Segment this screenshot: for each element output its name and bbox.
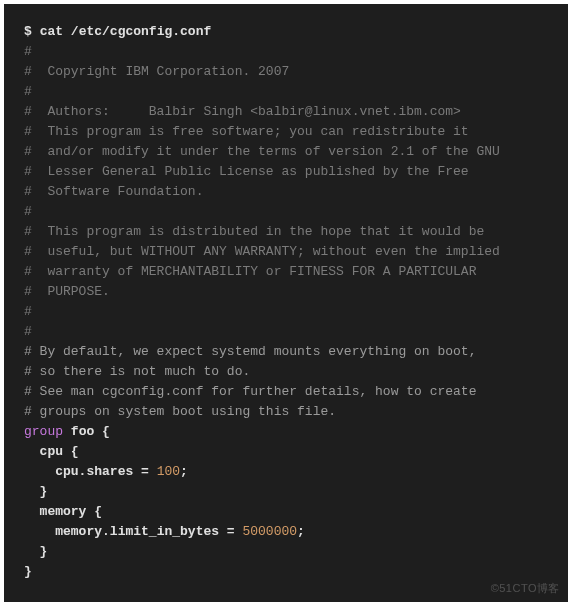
comment-line: # bbox=[24, 42, 548, 62]
comment-line: # Software Foundation. bbox=[24, 182, 548, 202]
setting-line: memory.limit_in_bytes = 5000000; bbox=[24, 522, 548, 542]
command-line: $ cat /etc/cgconfig.conf bbox=[24, 22, 548, 42]
comment-line: # Lesser General Public License as publi… bbox=[24, 162, 548, 182]
comment-line: # bbox=[24, 322, 548, 342]
watermark-text: ©51CTO博客 bbox=[491, 580, 560, 597]
setting-key: cpu.shares bbox=[55, 464, 133, 479]
terminal-window: $ cat /etc/cgconfig.conf # # Copyright I… bbox=[4, 4, 568, 602]
comment-line: # Copyright IBM Corporation. 2007 bbox=[24, 62, 548, 82]
shell-prompt: $ bbox=[24, 24, 32, 39]
group-close-line: } bbox=[24, 562, 548, 582]
comment-line: # See man cgconfig.conf for further deta… bbox=[24, 382, 548, 402]
open-brace: { bbox=[94, 424, 110, 439]
section-close-line: } bbox=[24, 542, 548, 562]
command-text bbox=[32, 24, 40, 39]
comment-line: # This program is free software; you can… bbox=[24, 122, 548, 142]
group-name: foo bbox=[71, 424, 94, 439]
section-name: cpu bbox=[40, 444, 63, 459]
comment-line: # PURPOSE. bbox=[24, 282, 548, 302]
comment-line: # useful, but WITHOUT ANY WARRANTY; with… bbox=[24, 242, 548, 262]
section-open-line: cpu { bbox=[24, 442, 548, 462]
comment-line: # By default, we expect systemd mounts e… bbox=[24, 342, 548, 362]
section-close-line: } bbox=[24, 482, 548, 502]
comment-line: # bbox=[24, 202, 548, 222]
comment-line: # so there is not much to do. bbox=[24, 362, 548, 382]
setting-key: memory.limit_in_bytes bbox=[55, 524, 219, 539]
comment-line: # groups on system boot using this file. bbox=[24, 402, 548, 422]
group-decl-line: group foo { bbox=[24, 422, 548, 442]
keyword-group: group bbox=[24, 424, 63, 439]
comment-line: # This program is distributed in the hop… bbox=[24, 222, 548, 242]
command: cat /etc/cgconfig.conf bbox=[40, 24, 212, 39]
setting-line: cpu.shares = 100; bbox=[24, 462, 548, 482]
setting-value: 100 bbox=[157, 464, 180, 479]
section-name: memory bbox=[40, 504, 87, 519]
comment-line: # warranty of MERCHANTABILITY or FITNESS… bbox=[24, 262, 548, 282]
comment-line: # bbox=[24, 82, 548, 102]
section-open-line: memory { bbox=[24, 502, 548, 522]
comment-line: # Authors: Balbir Singh <balbir@linux.vn… bbox=[24, 102, 548, 122]
setting-value: 5000000 bbox=[242, 524, 297, 539]
comment-line: # bbox=[24, 302, 548, 322]
comment-line: # and/or modify it under the terms of ve… bbox=[24, 142, 548, 162]
